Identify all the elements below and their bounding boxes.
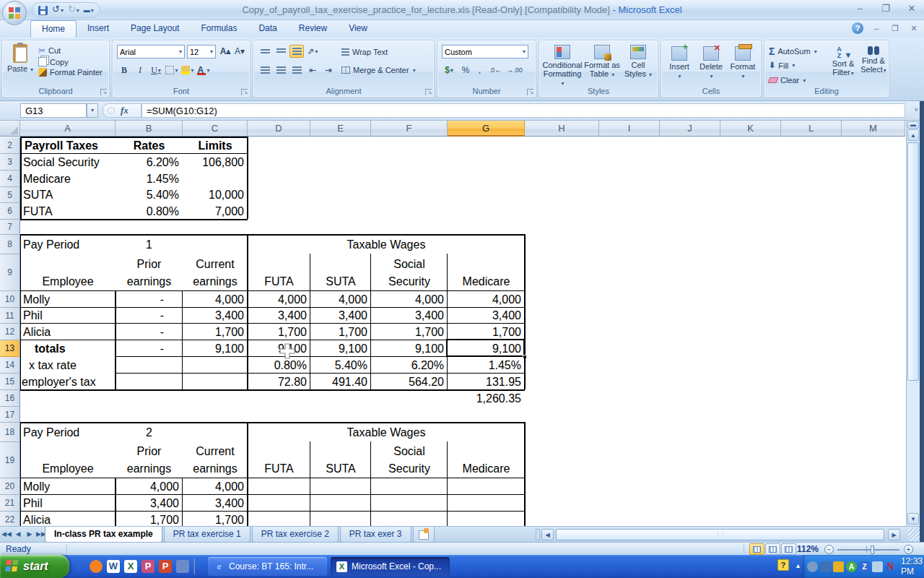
top-align-button[interactable] <box>258 45 272 58</box>
update-shield-icon[interactable] <box>833 561 844 572</box>
cell-D8[interactable]: Taxable Wages <box>248 235 525 254</box>
insert-function-button[interactable]: fx <box>121 105 128 116</box>
cell-C20[interactable]: 4,000 <box>183 478 248 495</box>
find-select-button[interactable]: Find & Select▾ <box>858 46 889 75</box>
sheet-tab-pr-tax-exer-3[interactable]: PR tax exer 3 <box>340 527 411 543</box>
cell-D9[interactable]: FUTA <box>248 254 310 291</box>
powerpoint-icon[interactable]: P <box>159 560 172 573</box>
cell-C5[interactable]: 10,000 <box>183 187 248 203</box>
cell-G16[interactable]: 1,260.35 <box>448 390 525 407</box>
cell-E14[interactable]: 5.40% <box>310 357 371 374</box>
name-box-dropdown[interactable]: ▾ <box>87 103 98 118</box>
cell-B12[interactable]: - <box>116 324 183 340</box>
cell-B2[interactable]: Rates <box>116 137 183 154</box>
fill-handle[interactable] <box>523 355 526 358</box>
borders-button[interactable]: ▾ <box>165 64 179 77</box>
messenger-icon[interactable] <box>176 560 189 573</box>
row-header-15[interactable]: 15 <box>0 374 20 390</box>
row-header-4[interactable]: 4 <box>0 171 20 187</box>
vertical-scroll-thumb[interactable] <box>907 142 919 381</box>
cell-A21[interactable]: Phil <box>20 495 116 512</box>
middle-align-button[interactable] <box>274 45 288 58</box>
cell-D18[interactable]: Taxable Wages <box>248 423 525 442</box>
cell-B5[interactable]: 5.40% <box>116 187 183 203</box>
cell-A18[interactable]: Pay Period <box>20 423 116 442</box>
network-icon[interactable] <box>807 561 818 572</box>
alignment-dialog-launcher[interactable]: ↘ <box>425 89 432 95</box>
row-header-3[interactable]: 3 <box>0 154 20 171</box>
cell-B10[interactable]: - <box>116 291 183 308</box>
row-header-11[interactable]: 11 <box>0 308 20 324</box>
cell-C19[interactable]: Current earnings <box>183 442 248 478</box>
cell-E15[interactable]: 491.40 <box>310 374 371 390</box>
name-box[interactable]: G13 <box>20 103 87 118</box>
ribbon-tab-home[interactable]: Home <box>30 20 77 38</box>
column-header-M[interactable]: M <box>842 121 905 137</box>
column-header-I[interactable]: I <box>599 121 660 137</box>
cell-E11[interactable]: 3,400 <box>310 308 371 324</box>
zoom-out-button[interactable]: − <box>824 545 834 554</box>
cell-B13[interactable]: - <box>116 340 183 357</box>
cell-A19[interactable]: Employee <box>20 442 116 478</box>
publisher-icon[interactable]: P <box>141 560 154 573</box>
cell-D11[interactable]: 3,400 <box>248 308 310 324</box>
column-header-F[interactable]: F <box>371 121 448 137</box>
sheet-tab-pr-tax-exercise-2[interactable]: PR tax exercise 2 <box>252 527 339 543</box>
row-header-8[interactable]: 8 <box>0 235 20 254</box>
column-header-G[interactable]: G <box>448 121 525 137</box>
redo-button[interactable]: ↻▾ <box>68 3 79 17</box>
maintenance-icon[interactable] <box>820 561 831 572</box>
undo-button[interactable]: ↺▾ <box>52 3 64 17</box>
paste-button[interactable]: Paste ▾ <box>6 44 34 86</box>
office-button[interactable] <box>2 1 27 25</box>
accounting-format-button[interactable]: $▾ <box>442 64 456 77</box>
merge-center-button[interactable]: Merge & Center▾ <box>340 65 417 75</box>
column-header-L[interactable]: L <box>781 121 842 137</box>
cell-A5[interactable]: SUTA <box>20 187 116 203</box>
row-header-17[interactable]: 17 <box>0 407 20 423</box>
comma-style-button[interactable]: , <box>475 64 484 77</box>
zoom-level[interactable]: 112% <box>797 544 819 554</box>
font-dialog-launcher[interactable]: ↘ <box>241 89 248 95</box>
column-header-E[interactable]: E <box>310 121 371 137</box>
customize-qat-button[interactable]: ▬▾ <box>84 4 94 17</box>
cell-B4[interactable]: 1.45% <box>116 171 183 187</box>
cell-C21[interactable]: 3,400 <box>183 495 248 512</box>
cell-C11[interactable]: 3,400 <box>183 308 248 324</box>
row-header-9[interactable]: 9 <box>0 254 20 291</box>
decrease-decimal-button[interactable]: →.00 <box>506 64 523 77</box>
cell-B18[interactable]: 2 <box>116 423 183 442</box>
row-header-7[interactable]: 7 <box>0 220 20 235</box>
cell-D10[interactable]: 4,000 <box>248 291 310 308</box>
align-right-button[interactable] <box>289 64 304 77</box>
cell-A11[interactable]: Phil <box>20 308 116 324</box>
column-header-C[interactable]: C <box>183 121 248 137</box>
format-as-table-button[interactable]: Format as Table ▾ <box>584 45 620 79</box>
cell-B8[interactable]: 1 <box>116 235 183 254</box>
grow-font-button[interactable]: A▴ <box>218 45 232 58</box>
font-name-select[interactable]: Arial▾ <box>117 45 185 59</box>
cell-C13[interactable]: 9,100 <box>183 340 248 357</box>
cell-B20[interactable]: 4,000 <box>116 478 183 495</box>
cell-A12[interactable]: Alicia <box>20 324 116 340</box>
row-header-6[interactable]: 6 <box>0 203 20 220</box>
column-header-J[interactable]: J <box>660 121 720 137</box>
fill-button[interactable]: ⬇Fill▾ <box>767 60 796 71</box>
cell-A3[interactable]: Social Security <box>20 154 116 171</box>
cell-A22[interactable]: Alicia <box>20 512 116 526</box>
first-sheet-button[interactable]: ◀◀ <box>1 528 12 540</box>
close-button[interactable]: ✕ <box>905 3 918 14</box>
ribbon-tab-review[interactable]: Review <box>288 20 338 38</box>
page-break-view-button[interactable] <box>781 543 796 555</box>
cell-C6[interactable]: 7,000 <box>183 203 248 220</box>
cell-A10[interactable]: Molly <box>20 291 116 308</box>
column-header-K[interactable]: K <box>720 121 781 137</box>
cell-E13[interactable]: 9,100 <box>310 340 371 357</box>
row-header-5[interactable]: 5 <box>0 187 20 203</box>
cut-button[interactable]: ✂Cut <box>37 45 104 56</box>
italic-button[interactable]: I <box>133 64 147 77</box>
workbook-restore-button[interactable]: ❐ <box>889 24 901 33</box>
scroll-right-arrow[interactable]: ▶ <box>888 529 900 540</box>
ribbon-tab-view[interactable]: View <box>338 20 378 38</box>
cell-B22[interactable]: 1,700 <box>116 512 183 526</box>
